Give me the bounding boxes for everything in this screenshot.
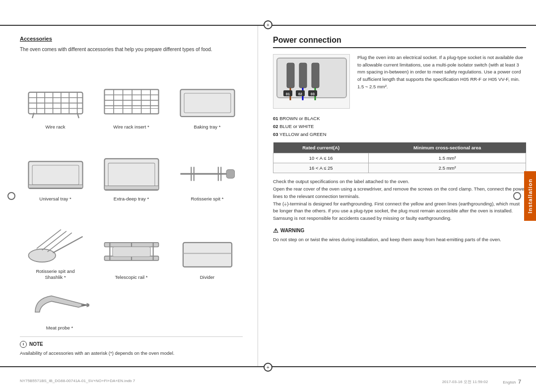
rotisserie-shashlik-label: Rotisserie spit andShashlik * <box>36 268 74 281</box>
accessories-desc: The oven comes with different accessorie… <box>20 46 243 53</box>
accessories-title: Accessories <box>20 36 243 42</box>
divider-image <box>178 232 237 272</box>
accessories-grid: Wire rack <box>20 61 243 280</box>
svg-text:03: 03 <box>311 92 315 96</box>
table-cell-area-1: 1.5 mm² <box>369 153 526 163</box>
svg-rect-54 <box>312 63 319 88</box>
rotisserie-shashlik-image <box>26 226 85 266</box>
svg-rect-47 <box>183 243 231 267</box>
power-table: Rated current(A) Minimum cross-sectional… <box>273 142 526 173</box>
wire-rack-svg <box>26 81 85 122</box>
note-text: Availability of accessories with an aste… <box>20 350 243 356</box>
extra-deep-tray-image <box>102 154 161 194</box>
extra-deep-tray-svg <box>102 153 161 194</box>
table-row: 10 < A ≤ 16 1.5 mm² <box>273 153 526 163</box>
rotisserie-spit-label: Rotisserie spit * <box>191 196 224 202</box>
table-header-rated-current: Rated current(A) <box>273 142 369 153</box>
top-center-mark <box>264 20 272 29</box>
wire-rack-image <box>26 82 85 122</box>
meat-probe-label: Meat probe * <box>46 325 73 331</box>
note-header: i NOTE <box>20 341 243 348</box>
svg-rect-35 <box>226 170 234 178</box>
power-description: Plug the oven into an electrical socket.… <box>357 54 526 109</box>
accessory-telescopic-rail: Telescopic rail * <box>96 205 167 281</box>
power-body-text: Check the output specifications on the l… <box>273 178 526 222</box>
svg-marker-50 <box>87 303 89 308</box>
svg-rect-53 <box>299 63 307 88</box>
warning-block: ⚠ WARNING Do not step on or twist the wi… <box>273 227 526 243</box>
telescopic-rail-label: Telescopic rail * <box>115 274 148 280</box>
table-header-cross-sectional: Minimum cross-sectional area <box>369 142 526 153</box>
power-title: Power connection <box>273 36 526 48</box>
footer-page-number: 7 <box>518 379 521 385</box>
warning-header: ⚠ WARNING <box>273 227 526 234</box>
svg-rect-29 <box>104 186 158 190</box>
note-section: i NOTE Availability of accessories with … <box>20 336 243 356</box>
svg-line-37 <box>53 237 82 253</box>
footer-right: 2017-03-16 오전 11:59:02 English 7 <box>442 379 521 385</box>
accessory-wire-rack: Wire rack <box>20 61 91 130</box>
right-column: Power connection <box>258 26 536 366</box>
universal-tray-svg <box>26 153 85 194</box>
color-code-01: 01 BROWN or BLACK <box>273 115 526 123</box>
warning-text: Do not step on or twist the wires during… <box>273 236 526 243</box>
rotisserie-spit-svg <box>178 153 237 194</box>
wire-rack-insert-image <box>102 82 161 122</box>
note-icon: i <box>20 341 27 348</box>
accessory-divider: Divider <box>172 205 243 281</box>
wire-rack-insert-svg <box>102 81 161 122</box>
svg-point-36 <box>28 249 56 262</box>
rotisserie-shashlik-svg <box>26 226 85 266</box>
universal-tray-label: Universal tray * <box>39 196 71 202</box>
wire-rack-insert-label: Wire rack insert * <box>113 124 149 130</box>
accessory-meat-probe: Meat probe * <box>20 283 99 331</box>
power-plug-svg: 01 02 03 <box>274 56 349 108</box>
footer-date: 2017-03-16 오전 11:59:02 <box>442 379 488 385</box>
power-connection-image: 01 02 03 <box>273 54 350 109</box>
baking-tray-image <box>178 82 237 122</box>
power-content-area: 01 02 03 Plug the oven into an electrica… <box>273 54 526 109</box>
footer-language-page: English 7 <box>503 379 521 385</box>
svg-rect-27 <box>104 159 158 190</box>
wire-rack-label: Wire rack <box>45 124 65 130</box>
accessory-baking-tray: Baking tray * <box>172 61 243 130</box>
svg-rect-26 <box>28 185 82 189</box>
accessory-rotisserie-spit: Rotisserie spit * <box>172 132 243 202</box>
svg-rect-52 <box>287 63 294 88</box>
note-title: NOTE <box>29 341 43 347</box>
accessory-wire-rack-insert: Wire rack insert * <box>96 61 167 130</box>
baking-tray-label: Baking tray * <box>194 124 221 130</box>
rotisserie-spit-image <box>178 154 237 194</box>
color-codes: 01 BROWN or BLACK 02 BLUE or WHITE 03 YE… <box>273 115 526 138</box>
accessory-rotisserie-shashlik: Rotisserie spit andShashlik * <box>20 205 91 281</box>
telescopic-rail-image <box>102 232 161 272</box>
warning-triangle-icon: ⚠ <box>273 227 278 234</box>
table-row: 16 < A ≤ 25 2.5 mm² <box>273 163 526 173</box>
extra-deep-tray-label: Extra-deep tray * <box>114 196 149 202</box>
meat-probe-image <box>30 283 89 323</box>
footer-left-text: NY75B5571BS_IB_DG68-00741A-01_SV+NO+FI+D… <box>20 379 135 385</box>
svg-text:01: 01 <box>286 92 290 96</box>
svg-rect-46 <box>112 247 150 257</box>
table-cell-current-1: 10 < A ≤ 16 <box>273 153 369 163</box>
table-cell-area-2: 2.5 mm² <box>369 163 526 173</box>
baking-tray-svg <box>178 81 237 122</box>
accessory-universal-tray: Universal tray * <box>20 132 91 202</box>
accessory-extra-deep-tray: Extra-deep tray * <box>96 132 167 202</box>
meat-probe-svg <box>30 282 89 323</box>
telescopic-rail-svg <box>102 232 161 272</box>
footer-language: English <box>503 380 516 385</box>
color-code-03: 03 YELLOW and GREEN <box>273 131 526 138</box>
warning-title: WARNING <box>280 228 304 233</box>
page: Accessories The oven comes with differen… <box>0 0 536 392</box>
table-cell-current-2: 16 < A ≤ 25 <box>273 163 369 173</box>
main-content: Accessories The oven comes with differen… <box>0 26 536 366</box>
bottom-center-mark <box>264 363 272 372</box>
divider-label: Divider <box>200 274 215 280</box>
universal-tray-image <box>26 154 85 194</box>
svg-text:02: 02 <box>298 92 302 96</box>
svg-line-40 <box>36 229 61 248</box>
divider-svg <box>178 232 237 272</box>
footer: NY75B5571BS_IB_DG68-00741A-01_SV+NO+FI+D… <box>0 379 536 385</box>
installation-side-tab: Installation <box>524 171 536 221</box>
